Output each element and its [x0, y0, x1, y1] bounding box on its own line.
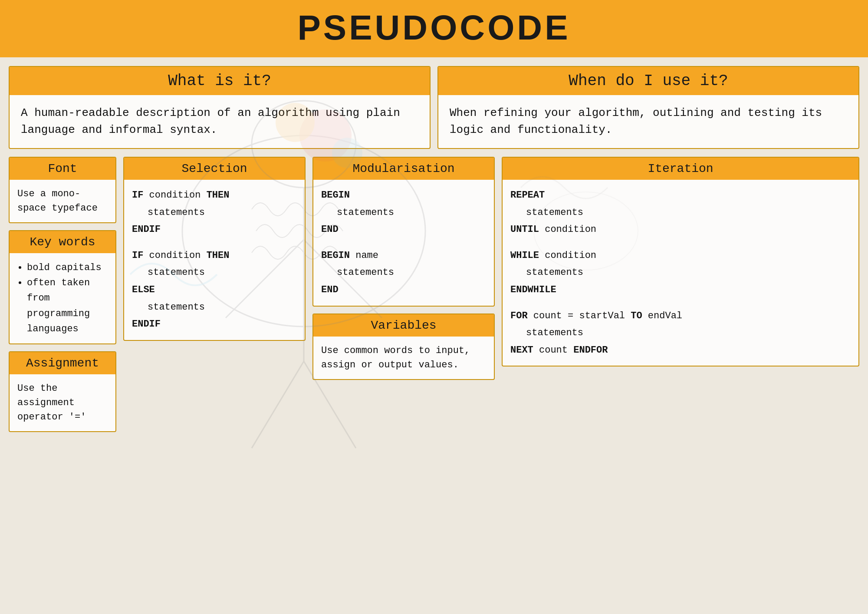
assignment-body: Use the assignment operator '='	[10, 374, 115, 431]
font-body: Use a mono-space typeface	[10, 180, 115, 222]
font-panel: Font Use a mono-space typeface	[9, 157, 116, 223]
selection-if2: IF condition THEN statements ELSE statem…	[132, 247, 297, 333]
repeat-statements: statements	[510, 204, 851, 221]
variables-text: Use common words to input, assign or out…	[321, 343, 486, 372]
for-line: FOR count = startVal TO endVal	[510, 310, 682, 321]
variables-panel: Variables Use common words to input, ass…	[312, 314, 495, 380]
selection-if2-else: ELSE	[132, 284, 155, 295]
modularisation-title: Modularisation	[317, 162, 490, 175]
keyword-item-1: bold capitals	[27, 260, 108, 275]
what-is-it-header: What is it?	[10, 67, 430, 95]
page-title: PSEUDOCODE	[0, 8, 868, 48]
for-statements: statements	[510, 324, 851, 342]
keywords-panel: Key words bold capitals often taken from…	[9, 230, 116, 344]
mod-block1: BEGIN statements END	[321, 187, 486, 238]
modularisation-header: Modularisation	[313, 158, 494, 180]
selection-header: Selection	[124, 158, 305, 180]
variables-title: Variables	[317, 319, 490, 332]
repeat-kw: REPEAT	[510, 190, 545, 201]
what-is-it-title: What is it?	[14, 72, 425, 90]
when-use-it-box: When do I use it? When refining your alg…	[437, 66, 859, 149]
selection-column: Selection IF condition THEN statements E…	[123, 157, 306, 341]
keyword-item-2: often taken from programming languages	[27, 275, 108, 337]
keywords-header: Key words	[10, 231, 115, 253]
mod-block2: BEGIN name statements END	[321, 247, 486, 299]
keywords-list: bold capitals often taken from programmi…	[17, 260, 108, 337]
header: PSEUDOCODE	[0, 0, 868, 57]
for-block: FOR count = startVal TO endVal statement…	[510, 307, 851, 359]
selection-if1-endif: ENDIF	[132, 224, 161, 235]
bottom-section: Font Use a mono-space typeface Key words…	[9, 157, 859, 432]
selection-code: IF condition THEN statements ENDIF IF co…	[124, 180, 305, 340]
variables-header: Variables	[313, 314, 494, 337]
when-use-it-text: When refining your algorithm, outlining …	[450, 105, 847, 139]
what-is-it-text: A human-readable description of an algor…	[21, 105, 418, 139]
selection-if2-line1: IF condition THEN	[132, 250, 229, 261]
while-block: WHILE condition statements ENDWHILE	[510, 247, 851, 299]
mod-block1-end: END	[321, 224, 339, 235]
mod-block1-statements: statements	[321, 204, 486, 221]
variables-body: Use common words to input, assign or out…	[313, 337, 494, 379]
selection-if1: IF condition THEN statements ENDIF	[132, 187, 297, 238]
iteration-title: Iteration	[506, 162, 855, 175]
when-use-it-body: When refining your algorithm, outlining …	[438, 95, 858, 148]
assignment-panel: Assignment Use the assignment operator '…	[9, 351, 116, 432]
mod-block2-begin: BEGIN name	[321, 250, 378, 261]
keywords-body: bold capitals often taken from programmi…	[10, 253, 115, 343]
assignment-title: Assignment	[13, 357, 112, 370]
selection-title: Selection	[128, 162, 301, 175]
modularisation-code: BEGIN statements END BEGIN name statemen…	[313, 180, 494, 306]
selection-if2-endif: ENDIF	[132, 319, 161, 330]
endwhile-kw: ENDWHILE	[510, 284, 556, 295]
next-line: NEXT count	[510, 345, 568, 356]
while-statements: statements	[510, 264, 851, 281]
top-section: What is it? A human-readable description…	[9, 66, 859, 149]
mod-block2-end: END	[321, 284, 339, 295]
font-text: Use a mono-space typeface	[17, 187, 108, 215]
iteration-header: Iteration	[503, 158, 858, 180]
selection-if2-statements1: statements	[132, 264, 297, 281]
left-column: Font Use a mono-space typeface Key words…	[9, 157, 116, 432]
middle-right-column: Modularisation BEGIN statements END BEGI…	[312, 157, 495, 380]
when-use-it-header: When do I use it?	[438, 67, 858, 95]
modularisation-panel: Modularisation BEGIN statements END BEGI…	[312, 157, 495, 307]
iteration-panel: Iteration REPEAT statements UNTIL condit…	[502, 157, 859, 366]
mod-block1-begin: BEGIN	[321, 190, 350, 201]
repeat-block: REPEAT statements UNTIL condition	[510, 187, 851, 238]
iteration-column: Iteration REPEAT statements UNTIL condit…	[502, 157, 859, 366]
assignment-text: Use the assignment operator '='	[17, 381, 108, 424]
until-line: UNTIL condition	[510, 224, 596, 235]
selection-panel: Selection IF condition THEN statements E…	[123, 157, 306, 341]
while-line: WHILE condition	[510, 250, 596, 261]
content-area: What is it? A human-readable description…	[0, 57, 868, 614]
when-use-it-title: When do I use it?	[443, 72, 854, 90]
what-is-it-body: A human-readable description of an algor…	[10, 95, 430, 148]
selection-if1-statements: statements	[132, 204, 297, 221]
selection-if1-line1: IF condition THEN	[132, 190, 229, 201]
keywords-title: Key words	[13, 235, 112, 249]
font-header: Font	[10, 158, 115, 180]
iteration-code: REPEAT statements UNTIL condition WHILE …	[503, 180, 858, 366]
endfor-kw: ENDFOR	[573, 345, 608, 356]
font-title: Font	[13, 162, 112, 175]
what-is-it-box: What is it? A human-readable description…	[9, 66, 431, 149]
assignment-header: Assignment	[10, 352, 115, 374]
selection-if2-statements2: statements	[132, 299, 297, 316]
mod-block2-statements: statements	[321, 264, 486, 281]
